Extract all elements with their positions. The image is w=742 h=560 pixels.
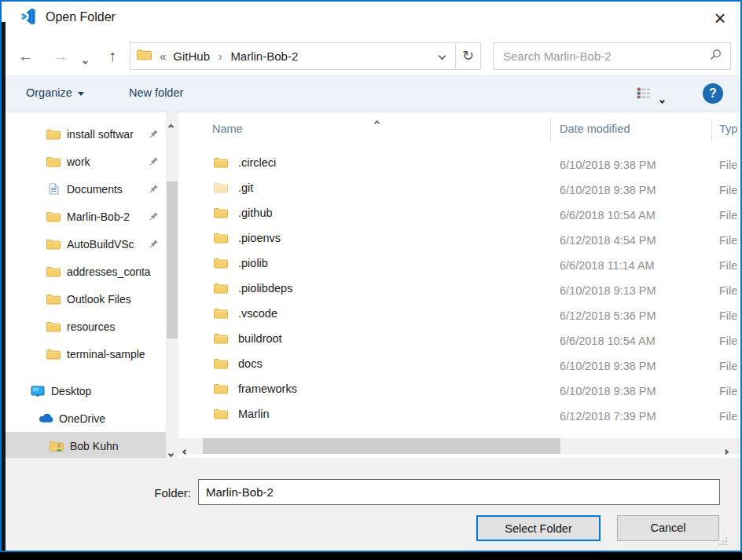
file-date-modified: 6/6/2018 10:54 AM: [560, 209, 656, 221]
back-icon[interactable]: ←: [14, 45, 38, 67]
folder-icon: [214, 383, 228, 394]
window-edge-shadow: [2, 22, 6, 552]
organize-button[interactable]: Organize: [26, 86, 84, 99]
open-folder-dialog: Open Folder × ← → ↑ « GitHub › Marlin-Bo…: [0, 0, 742, 552]
sidebar-item-onedrive[interactable]: OneDrive: [6, 404, 166, 432]
folder-icon: [46, 321, 61, 332]
sidebar-item-outlook-files[interactable]: Outlook Files: [6, 285, 166, 313]
table-row[interactable]: .circleci 6/10/2018 9:38 PM File: [178, 153, 742, 178]
file-name-cell: .pioenvs: [214, 232, 281, 244]
file-type: File: [719, 259, 737, 272]
file-name: .github: [238, 207, 273, 219]
folder-icon: [46, 266, 61, 277]
sidebar-item-autobuildvsc[interactable]: AutoBuildVSc: [6, 230, 166, 258]
sidebar-item-marlin-bob-2[interactable]: Marlin-Bob-2: [6, 203, 166, 230]
pin-icon: [149, 238, 159, 251]
folder-icon: [214, 358, 228, 369]
navigation-pane: install softwar work Documents Marlin-Bo…: [6, 112, 166, 458]
column-divider[interactable]: [550, 119, 551, 141]
organize-caret-icon: [78, 92, 84, 96]
file-date-modified: 6/10/2018 9:38 PM: [560, 159, 656, 171]
address-dropdown-icon[interactable]: [428, 43, 455, 69]
file-type: File: [719, 360, 737, 372]
file-type: File: [719, 309, 737, 322]
doc-icon: [46, 183, 61, 195]
file-name: .git: [238, 181, 253, 194]
view-options-caret-icon[interactable]: [660, 92, 664, 106]
column-header-date-modified[interactable]: Date modified: [560, 123, 630, 135]
sidebar-item-addresses-conta[interactable]: addresses_conta: [6, 258, 166, 285]
table-row[interactable]: .vscode 6/12/2018 5:36 PM File: [178, 304, 742, 329]
file-name-cell: .piolibdeps: [214, 282, 292, 295]
file-date-modified: 6/12/2018 7:39 PM: [560, 410, 656, 423]
close-icon[interactable]: ×: [703, 3, 737, 33]
sidebar-scrollbar[interactable]: [166, 112, 178, 458]
table-row[interactable]: .piolib 6/6/2018 11:14 AM File: [178, 254, 742, 279]
horizontal-scrollbar[interactable]: [178, 438, 742, 454]
breadcrumb-marlin-bob-2[interactable]: Marlin-Bob-2: [230, 49, 298, 63]
search-input[interactable]: [494, 49, 709, 63]
folder-icon: [214, 182, 228, 193]
horizontal-scrollbar-thumb[interactable]: [203, 438, 560, 454]
recent-locations-icon[interactable]: [83, 53, 87, 67]
table-row[interactable]: .github 6/6/2018 10:54 AM File: [178, 203, 742, 229]
resize-grip[interactable]: [718, 536, 728, 546]
sidebar-item-label: work: [67, 156, 90, 168]
sidebar-item-desktop[interactable]: Desktop: [6, 377, 166, 404]
sidebar-item-label: terminal-sample: [67, 348, 145, 361]
folder-name-input[interactable]: [198, 479, 720, 505]
file-name-cell: frameworks: [214, 382, 297, 395]
select-folder-button[interactable]: Select Folder: [476, 515, 601, 541]
cloud-icon: [38, 413, 53, 423]
file-name: Marlin: [238, 408, 269, 420]
table-row[interactable]: frameworks 6/10/2018 9:38 PM File: [178, 379, 742, 404]
file-name-cell: Marlin: [214, 408, 269, 420]
table-row[interactable]: .git 6/10/2018 9:38 PM File: [178, 178, 742, 203]
table-row[interactable]: docs 6/10/2018 9:38 PM File: [178, 354, 742, 379]
details-view-icon[interactable]: [637, 87, 651, 102]
folder-icon: [214, 333, 228, 344]
table-row[interactable]: Marlin 6/12/2018 7:39 PM File: [178, 404, 742, 430]
scroll-up-icon[interactable]: [169, 118, 173, 132]
file-name-cell: .piolib: [214, 257, 268, 269]
refresh-icon[interactable]: ↻: [455, 43, 480, 69]
table-row[interactable]: .pioenvs 6/12/2018 4:54 PM File: [178, 229, 742, 254]
file-name: .piolib: [238, 257, 268, 269]
file-type: File: [719, 335, 737, 347]
file-name: .vscode: [238, 307, 277, 320]
column-divider[interactable]: [711, 119, 712, 141]
file-date-modified: 6/10/2018 9:38 PM: [560, 385, 656, 397]
column-header-name[interactable]: Name: [212, 123, 243, 135]
sidebar-item-work[interactable]: work: [6, 148, 166, 175]
scroll-right-icon[interactable]: [724, 443, 728, 457]
help-button[interactable]: ?: [703, 83, 723, 104]
sidebar-scrollbar-thumb[interactable]: [167, 181, 178, 339]
sidebar-item-resources[interactable]: resources: [6, 313, 166, 340]
breadcrumb-github[interactable]: GitHub: [173, 49, 210, 63]
address-bar[interactable]: « GitHub › Marlin-Bob-2 ↻: [130, 42, 481, 70]
sort-caret-icon: [375, 114, 379, 128]
table-row[interactable]: .piolibdeps 6/10/2018 9:13 PM File: [178, 279, 742, 304]
search-icon[interactable]: [709, 48, 722, 64]
cancel-button[interactable]: Cancel: [617, 515, 719, 541]
sidebar-item-terminal-sample[interactable]: terminal-sample: [6, 340, 166, 368]
sidebar-item-documents[interactable]: Documents: [6, 175, 166, 203]
file-date-modified: 6/6/2018 11:14 AM: [560, 259, 655, 272]
open-folder-dialog-screen: Open Folder × ← → ↑ « GitHub › Marlin-Bo…: [0, 0, 742, 560]
breadcrumb-separator-icon[interactable]: ›: [219, 49, 222, 63]
breadcrumb-overflow[interactable]: «: [160, 49, 166, 63]
table-row[interactable]: buildroot 6/6/2018 10:54 AM File: [178, 329, 742, 354]
forward-icon: →: [49, 45, 72, 67]
sidebar-item-bob-kuhn[interactable]: Bob Kuhn: [6, 432, 166, 458]
folder-icon: [46, 211, 61, 222]
file-date-modified: 6/12/2018 4:54 PM: [560, 234, 656, 247]
up-icon[interactable]: ↑: [101, 45, 124, 67]
sidebar-item-label: OneDrive: [59, 412, 105, 425]
scroll-left-icon[interactable]: [183, 443, 187, 457]
file-name-cell: buildroot: [214, 332, 282, 345]
new-folder-button[interactable]: New folder: [129, 86, 183, 99]
column-header-type[interactable]: Typ: [719, 123, 737, 135]
organize-label: Organize: [26, 86, 72, 99]
sidebar-item-label: addresses_conta: [67, 265, 151, 278]
sidebar-item-install-softwar[interactable]: install softwar: [6, 120, 166, 148]
